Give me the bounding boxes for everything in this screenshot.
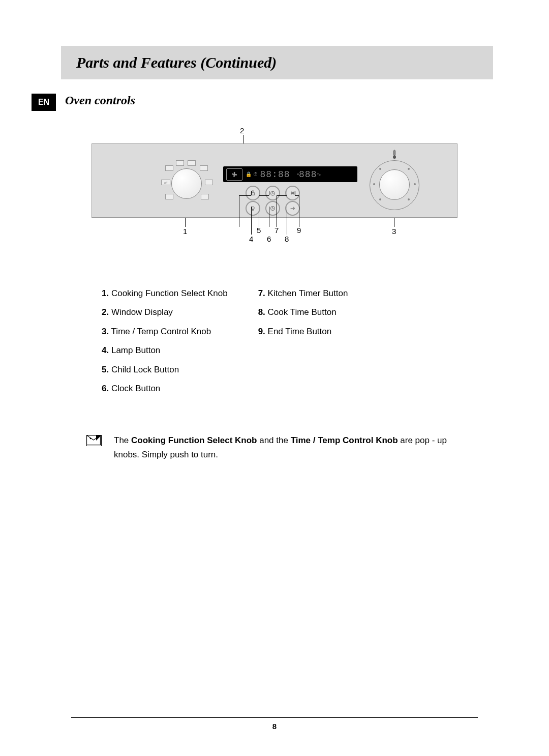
dial-tick	[414, 183, 416, 185]
callout-line	[251, 191, 252, 195]
end-time-button[interactable]	[285, 186, 300, 200]
svg-point-8	[90, 438, 92, 440]
page-title: Parts and Features (Continued)	[76, 54, 277, 71]
callout-2: 2	[240, 126, 244, 135]
mode-icon	[200, 165, 208, 171]
dial-tick	[408, 198, 410, 200]
manual-page: Parts and Features (Continued) EN Oven c…	[0, 0, 549, 756]
callout-line	[259, 195, 269, 196]
display-mode-icon	[226, 168, 242, 181]
callout-line	[269, 191, 269, 195]
legend-item: 9. End Time Button	[258, 322, 348, 341]
callout-line	[295, 195, 299, 196]
legend-item: 5. Child Lock Button	[102, 360, 228, 379]
callout-line	[277, 195, 287, 196]
callout-5: 5	[257, 226, 261, 235]
callout-8: 8	[285, 235, 289, 243]
mode-icon	[201, 194, 209, 199]
control-panel-diagram: 2 off	[92, 126, 493, 243]
callout-line	[259, 195, 259, 227]
callout-6: 6	[267, 235, 271, 243]
callout-line	[277, 195, 277, 227]
callout-line	[287, 207, 287, 235]
callout-line	[287, 191, 287, 195]
callout-line	[295, 191, 295, 195]
legend-item: 6. Clock Button	[102, 379, 228, 398]
dial-tick	[379, 198, 381, 200]
clock-button[interactable]	[265, 201, 280, 216]
callout-line	[239, 195, 239, 227]
callout-9: 9	[297, 226, 301, 235]
note-icon	[86, 435, 102, 446]
legend-column-right: 7. Kitchen Timer Button 8. Cook Time But…	[258, 284, 348, 398]
mode-icon	[165, 194, 173, 199]
dial-tick	[379, 168, 381, 170]
legend-column-left: 1. Cooking Function Select Knob 2. Windo…	[102, 284, 228, 398]
window-display: 🔒 ⏱ 88:88 • 888 °c	[223, 166, 357, 182]
page-number: 8	[0, 722, 549, 731]
callout-3: 3	[392, 227, 396, 236]
lamp-button[interactable]	[246, 201, 260, 216]
title-bar: Parts and Features (Continued)	[61, 46, 493, 79]
footer-rule	[71, 717, 478, 718]
thermometer-icon	[391, 150, 398, 161]
display-time: 88:88	[260, 169, 290, 180]
svg-rect-3	[251, 193, 255, 195]
callout-1: 1	[183, 227, 187, 236]
language-badge: EN	[32, 94, 56, 111]
section-title: Oven controls	[65, 94, 135, 107]
mode-icon	[205, 180, 213, 185]
cooking-function-select-knob[interactable]	[171, 168, 202, 199]
legend-item: 3. Time / Temp Control Knob	[102, 322, 228, 341]
dial-tick	[373, 183, 375, 185]
button-row-bottom	[246, 201, 300, 216]
section-header-row: EN Oven controls	[56, 94, 493, 111]
legend-item: 7. Kitchen Timer Button	[258, 284, 348, 303]
time-temp-control-knob[interactable]	[379, 169, 410, 200]
mode-icon-off: off	[161, 180, 170, 185]
callout-line	[185, 218, 186, 227]
mode-icon	[188, 160, 196, 166]
kitchen-timer-button[interactable]	[265, 186, 280, 200]
child-lock-button[interactable]	[246, 186, 260, 200]
fan-icon	[230, 170, 238, 179]
callout-line	[239, 195, 251, 196]
callout-7: 7	[274, 226, 279, 235]
mode-icon	[176, 160, 184, 166]
button-row-top	[246, 186, 300, 200]
note: The Cooking Function Select Knob and the…	[86, 433, 493, 461]
oven-control-panel: off	[92, 143, 458, 218]
dial-tick	[408, 168, 410, 170]
legend-item: 1. Cooking Function Select Knob	[102, 284, 228, 303]
callout-line	[394, 218, 394, 227]
callout-line	[299, 195, 299, 227]
svg-point-5	[252, 207, 254, 209]
note-text: The Cooking Function Select Knob and the…	[114, 433, 454, 461]
legend-item: 8. Cook Time Button	[258, 303, 348, 322]
display-temp: 888	[299, 169, 317, 180]
mode-icon	[165, 165, 173, 171]
callout-4: 4	[249, 235, 253, 243]
legend-item: 4. Lamp Button	[102, 341, 228, 360]
callout-line	[251, 207, 252, 235]
legend: 1. Cooking Function Select Knob 2. Windo…	[102, 284, 493, 398]
svg-point-1	[393, 156, 396, 159]
cook-time-button[interactable]	[285, 201, 300, 216]
callout-line	[269, 207, 269, 227]
legend-item: 2. Window Display	[102, 303, 228, 322]
